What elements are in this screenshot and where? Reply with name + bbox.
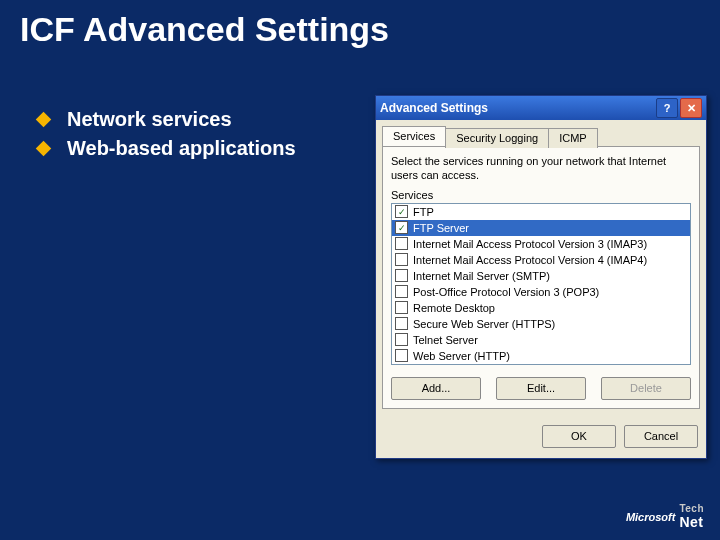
service-label: Internet Mail Server (SMTP) bbox=[413, 270, 550, 282]
service-item[interactable]: Post-Office Protocol Version 3 (POP3) bbox=[392, 284, 690, 300]
dialog-titlebar[interactable]: Advanced Settings ? ✕ bbox=[376, 96, 706, 120]
service-item[interactable]: ✓FTP bbox=[392, 204, 690, 220]
checkbox[interactable] bbox=[395, 333, 408, 346]
checkbox[interactable] bbox=[395, 269, 408, 282]
help-icon: ? bbox=[664, 102, 671, 114]
checkbox[interactable] bbox=[395, 349, 408, 362]
tab-icmp[interactable]: ICMP bbox=[548, 128, 598, 148]
bullet-icon bbox=[36, 141, 52, 157]
service-item[interactable]: Remote Desktop bbox=[392, 300, 690, 316]
slide-title: ICF Advanced Settings bbox=[0, 0, 720, 57]
tab-strip: Services Security Logging ICMP bbox=[382, 126, 700, 146]
instruction-text: Select the services running on your netw… bbox=[391, 155, 691, 183]
service-item[interactable]: Web Server (HTTP) bbox=[392, 348, 690, 364]
tab-security-logging[interactable]: Security Logging bbox=[445, 128, 549, 148]
help-button[interactable]: ? bbox=[656, 98, 678, 118]
service-label: Telnet Server bbox=[413, 334, 478, 346]
checkbox[interactable] bbox=[395, 237, 408, 250]
service-label: Remote Desktop bbox=[413, 302, 495, 314]
checkbox[interactable] bbox=[395, 317, 408, 330]
technet-bottom: Net bbox=[679, 514, 703, 530]
service-item[interactable]: Telnet Server bbox=[392, 332, 690, 348]
service-item[interactable]: ✓FTP Server bbox=[392, 220, 690, 236]
cancel-button[interactable]: Cancel bbox=[624, 425, 698, 448]
checkbox[interactable]: ✓ bbox=[395, 205, 408, 218]
service-item[interactable]: Secure Web Server (HTTPS) bbox=[392, 316, 690, 332]
service-label: Post-Office Protocol Version 3 (POP3) bbox=[413, 286, 599, 298]
bullet-list: Network services Web-based applications bbox=[38, 107, 348, 161]
services-label: Services bbox=[391, 189, 691, 201]
tab-services[interactable]: Services bbox=[382, 126, 446, 146]
services-listbox[interactable]: ✓FTP✓FTP ServerInternet Mail Access Prot… bbox=[391, 203, 691, 365]
tab-body: Select the services running on your netw… bbox=[382, 146, 700, 409]
service-item[interactable]: Internet Mail Access Protocol Version 3 … bbox=[392, 236, 690, 252]
bullet-item: Network services bbox=[38, 107, 348, 132]
ok-button[interactable]: OK bbox=[542, 425, 616, 448]
service-label: Secure Web Server (HTTPS) bbox=[413, 318, 555, 330]
bullet-text: Web-based applications bbox=[67, 136, 296, 161]
service-label: Internet Mail Access Protocol Version 3 … bbox=[413, 238, 647, 250]
dialog-title: Advanced Settings bbox=[380, 101, 488, 115]
service-label: FTP bbox=[413, 206, 434, 218]
delete-button: Delete bbox=[601, 377, 691, 400]
service-item[interactable]: Internet Mail Access Protocol Version 4 … bbox=[392, 252, 690, 268]
footer-logo: Microsoft Tech Net bbox=[626, 503, 704, 530]
close-button[interactable]: ✕ bbox=[680, 98, 702, 118]
checkbox[interactable]: ✓ bbox=[395, 221, 408, 234]
bullet-item: Web-based applications bbox=[38, 136, 348, 161]
edit-button[interactable]: Edit... bbox=[496, 377, 586, 400]
service-label: Internet Mail Access Protocol Version 4 … bbox=[413, 254, 647, 266]
microsoft-logo: Microsoft bbox=[626, 511, 676, 523]
close-icon: ✕ bbox=[687, 102, 696, 115]
add-button[interactable]: Add... bbox=[391, 377, 481, 400]
service-label: FTP Server bbox=[413, 222, 469, 234]
bullet-text: Network services bbox=[67, 107, 232, 132]
service-item[interactable]: Internet Mail Server (SMTP) bbox=[392, 268, 690, 284]
bullet-icon bbox=[36, 112, 52, 128]
service-label: Web Server (HTTP) bbox=[413, 350, 510, 362]
technet-top: Tech bbox=[679, 503, 704, 514]
checkbox[interactable] bbox=[395, 285, 408, 298]
advanced-settings-dialog: Advanced Settings ? ✕ Services Security … bbox=[375, 95, 707, 459]
checkbox[interactable] bbox=[395, 253, 408, 266]
checkbox[interactable] bbox=[395, 301, 408, 314]
